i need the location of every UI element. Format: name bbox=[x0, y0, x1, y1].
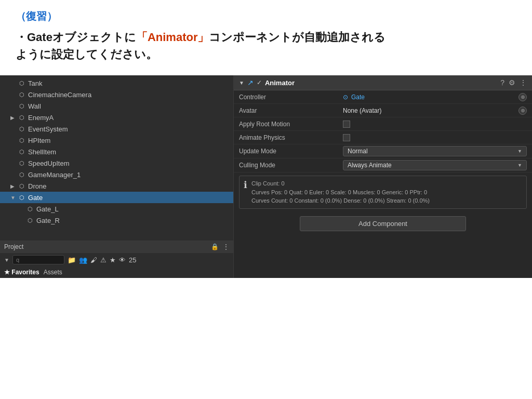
controller-label: Controller bbox=[239, 94, 343, 101]
list-item[interactable]: ⬡ Gate_L bbox=[0, 203, 233, 215]
list-item[interactable]: ⬡ EventSystem bbox=[0, 123, 233, 135]
item-label: Gate_R bbox=[36, 217, 60, 224]
project-tabs: ★ Favorites Assets bbox=[0, 267, 233, 278]
culling-mode-value: Always Animate bbox=[348, 162, 392, 169]
cube-icon: ⬡ bbox=[18, 102, 26, 110]
update-mode-label: Update Mode bbox=[239, 148, 343, 155]
inspector-panel: ▼ ↗ ✓ Animator ? ⚙ ⋮ Controller ⊙ Gate ◎… bbox=[234, 75, 532, 278]
culling-mode-label: Culling Mode bbox=[239, 162, 343, 169]
star-icon: ★ bbox=[110, 256, 116, 264]
update-mode-dropdown[interactable]: Normal ▼ bbox=[343, 146, 527, 156]
animator-component-icon: ↗ bbox=[247, 78, 254, 87]
icon-count: 25 bbox=[129, 256, 136, 264]
help-icon[interactable]: ? bbox=[500, 78, 504, 87]
cube-icon: ⬡ bbox=[18, 193, 26, 202]
cube-icon: ⬡ bbox=[18, 182, 26, 190]
controller-ref-icon: ⊙ bbox=[343, 94, 348, 101]
property-culling-mode: Culling Mode Always Animate ▼ bbox=[234, 158, 532, 172]
project-panel: Project 🔒 ⋮ ▼ 📁 👥 🖌 ⚠ ★ 👁 25 ★ Favorites bbox=[0, 241, 233, 278]
list-item[interactable]: ⬡ Gate_R bbox=[0, 215, 233, 226]
warning-icon: ⚠ bbox=[100, 256, 107, 264]
avatar-value: None (Avatar) ◎ bbox=[343, 107, 527, 115]
list-item[interactable]: ⬡ GameManager_1 bbox=[0, 169, 233, 180]
property-controller: Controller ⊙ Gate ◎ bbox=[234, 90, 532, 104]
cube-icon: ⬡ bbox=[18, 90, 26, 99]
property-apply-root-motion: Apply Root Motion bbox=[234, 117, 532, 131]
component-header-icons: ? ⚙ ⋮ bbox=[500, 78, 527, 87]
tab-assets[interactable]: Assets bbox=[44, 269, 62, 276]
cube-icon: ⬡ bbox=[18, 170, 26, 179]
item-label: SpeedUpItem bbox=[28, 159, 70, 167]
folder-icon: 📁 bbox=[68, 256, 76, 264]
controller-select-button[interactable]: ◎ bbox=[518, 93, 527, 101]
menu-icon: ⋮ bbox=[223, 243, 229, 250]
animate-physics-checkbox[interactable] bbox=[343, 134, 350, 141]
project-search: ▼ 📁 👥 🖌 ⚠ ★ 👁 25 bbox=[0, 253, 233, 267]
property-avatar: Avatar None (Avatar) ◎ bbox=[234, 104, 532, 117]
list-item[interactable]: ⬡ Tank bbox=[0, 77, 233, 89]
item-label: HPItem bbox=[28, 137, 50, 144]
eye-icon: 👁 bbox=[119, 256, 126, 264]
update-mode-value: Normal bbox=[348, 148, 368, 155]
expand-arrow: ▼ bbox=[10, 195, 17, 201]
property-update-mode: Update Mode Normal ▼ bbox=[234, 144, 532, 158]
item-label: Drone bbox=[28, 182, 46, 190]
instruction-prefix: ・Gateオブジェクトに bbox=[16, 31, 136, 44]
cube-icon: ⬡ bbox=[18, 79, 26, 87]
apply-root-motion-value bbox=[343, 121, 527, 128]
instruction-text: ・Gateオブジェクトに「Animator」コンポーネントが自動追加される よう… bbox=[16, 29, 516, 63]
dropdown-chevron-icon: ▼ bbox=[517, 163, 522, 168]
instruction-highlight: 「Animator」 bbox=[136, 31, 209, 44]
list-item[interactable]: ⬡ Wall bbox=[0, 100, 233, 112]
list-item[interactable]: ⬡ SpeedUpItem bbox=[0, 157, 233, 169]
list-item[interactable]: ⬡ CinemachineCamera bbox=[0, 89, 233, 100]
info-line3: Curves Count: 0 Constant: 0 (0.0%) Dense… bbox=[251, 196, 430, 205]
more-icon[interactable]: ⋮ bbox=[520, 78, 527, 87]
cube-icon: ⬡ bbox=[18, 113, 26, 122]
lock-icon: 🔒 bbox=[211, 243, 219, 250]
component-expand-arrow: ▼ bbox=[239, 80, 244, 86]
hierarchy-panel: ⬡ Tank ⬡ CinemachineCamera ⬡ Wall ▶ ⬡ En… bbox=[0, 75, 234, 278]
people-icon: 👥 bbox=[79, 256, 87, 264]
cube-icon: ⬡ bbox=[18, 148, 26, 156]
list-item[interactable]: ▶ ⬡ EnemyA bbox=[0, 112, 233, 123]
avatar-select-button[interactable]: ◎ bbox=[518, 107, 527, 115]
expand-arrow: ▶ bbox=[10, 115, 17, 121]
instruction-line2: ように設定してください。 bbox=[16, 48, 157, 61]
tab-favorites[interactable]: ★ Favorites bbox=[4, 269, 39, 276]
info-line2: Curves Pos: 0 Quat: 0 Euler: 0 Scale: 0 … bbox=[251, 188, 430, 197]
instruction-suffix1: コンポーネントが自動追加される bbox=[209, 31, 385, 44]
unity-editor: ⬡ Tank ⬡ CinemachineCamera ⬡ Wall ▶ ⬡ En… bbox=[0, 75, 532, 278]
component-title: Animator bbox=[265, 79, 497, 87]
expand-arrow: ▶ bbox=[10, 183, 17, 189]
cube-icon: ⬡ bbox=[26, 205, 34, 213]
settings-icon[interactable]: ⚙ bbox=[509, 78, 515, 87]
cube-icon: ⬡ bbox=[18, 125, 26, 133]
item-label: GameManager_1 bbox=[28, 171, 81, 179]
culling-mode-dropdown[interactable]: Always Animate ▼ bbox=[343, 160, 527, 170]
controller-value: ⊙ Gate ◎ bbox=[343, 93, 527, 101]
list-item[interactable]: ⬡ HPItem bbox=[0, 135, 233, 146]
component-enabled-checkbox[interactable]: ✓ bbox=[257, 79, 262, 86]
list-item-gate[interactable]: ▼ ⬡ Gate bbox=[0, 192, 233, 203]
item-label: EventSystem bbox=[28, 125, 68, 133]
list-item[interactable]: ⬡ ShellItem bbox=[0, 146, 233, 157]
cube-icon: ⬡ bbox=[18, 159, 26, 167]
avatar-object-name: None (Avatar) bbox=[343, 107, 381, 114]
controller-object-name[interactable]: Gate bbox=[351, 94, 365, 101]
animation-info-box: ℹ Clip Count: 0 Curves Pos: 0 Quat: 0 Eu… bbox=[239, 176, 527, 209]
project-label: Project bbox=[4, 243, 23, 250]
brush-icon: 🖌 bbox=[90, 256, 97, 264]
info-text-block: Clip Count: 0 Curves Pos: 0 Quat: 0 Eule… bbox=[251, 179, 430, 205]
cube-icon: ⬡ bbox=[18, 136, 26, 144]
list-item[interactable]: ▶ ⬡ Drone bbox=[0, 180, 233, 192]
project-header-icons: 🔒 ⋮ bbox=[211, 243, 229, 250]
apply-root-motion-checkbox[interactable] bbox=[343, 121, 350, 128]
cube-icon: ⬡ bbox=[26, 216, 34, 224]
item-label: EnemyA bbox=[28, 114, 54, 122]
animator-component-header: ▼ ↗ ✓ Animator ? ⚙ ⋮ bbox=[234, 75, 532, 90]
item-label: CinemachineCamera bbox=[28, 91, 91, 99]
add-component-button[interactable]: Add Component bbox=[300, 216, 466, 231]
dropdown-arrow-icon: ▼ bbox=[4, 257, 9, 263]
search-input[interactable] bbox=[12, 255, 64, 264]
